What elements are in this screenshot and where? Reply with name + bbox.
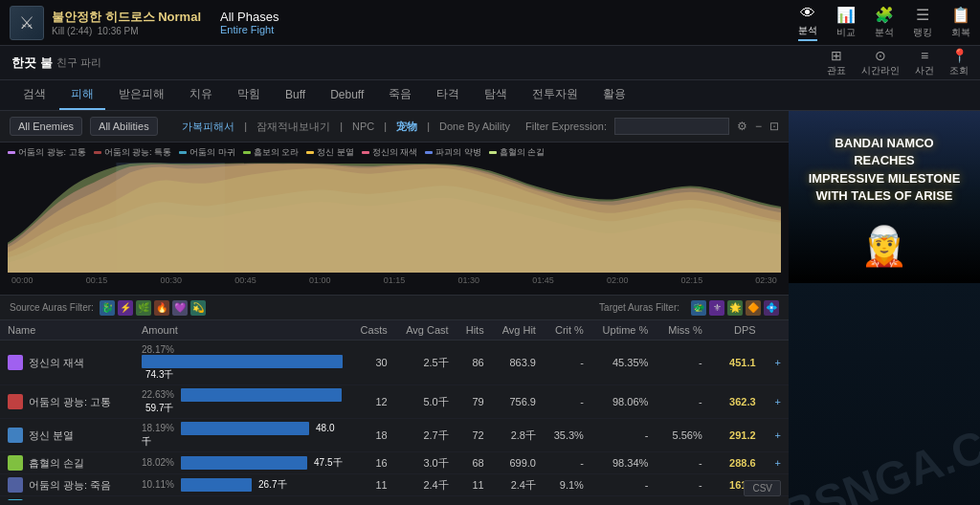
tab-death[interactable]: 죽음 bbox=[377, 80, 423, 110]
spell-name-0: 정신의 재색 bbox=[29, 356, 84, 370]
cell-casts-5: 1 bbox=[350, 496, 395, 500]
view-label-timeline: 시간라인 bbox=[861, 64, 900, 77]
tab-search[interactable]: 검색 bbox=[11, 80, 57, 110]
col-crit[interactable]: Crit % bbox=[544, 320, 591, 340]
table-row[interactable]: 어둠의 마귀 ▼ 1.51% 1.51 1 4.0千 8 496.3 12.5%… bbox=[0, 496, 789, 500]
tab-nav[interactable]: 탐색 bbox=[473, 80, 519, 110]
all-enemies-btn[interactable]: All Enemies bbox=[10, 117, 82, 136]
tab-hit[interactable]: 타격 bbox=[425, 80, 471, 110]
nav-item-recovery[interactable]: 📋 회복 bbox=[951, 6, 970, 39]
pct-0: 28.17% bbox=[142, 344, 174, 355]
tab-block[interactable]: 막힘 bbox=[226, 80, 272, 110]
boss-info: 불안정한 히드로스 Normal Kill (2:44) 10:36 PM bbox=[52, 9, 201, 36]
aura-icon-1[interactable]: 🐉 bbox=[100, 300, 115, 316]
settings-icon[interactable]: ⚙ bbox=[737, 120, 747, 133]
target-aura-icon-4[interactable]: 🔶 bbox=[746, 300, 761, 316]
minus-icon[interactable]: − bbox=[755, 120, 762, 133]
view-events[interactable]: ≡ 사건 bbox=[915, 48, 934, 77]
expand-icon[interactable]: ⊡ bbox=[769, 120, 779, 133]
legend-color-3 bbox=[243, 151, 251, 154]
legend-label-3: 흡보의 오라 bbox=[254, 146, 300, 159]
legend-item-0: 어둠의 광능: 고통 bbox=[8, 146, 86, 159]
col-avg-hit[interactable]: Avg Hit bbox=[492, 320, 544, 340]
x-label-8: 02:00 bbox=[607, 275, 629, 285]
cell-avg-hit-4: 2.4千 bbox=[492, 474, 544, 496]
player-name: 한끗 불 bbox=[11, 55, 53, 72]
top-filter-3[interactable]: NPC bbox=[352, 121, 374, 132]
col-name[interactable]: Name bbox=[0, 320, 134, 340]
amount-bar-1 bbox=[181, 388, 342, 402]
table-row[interactable]: 정신의 재색 28.17% 74.3千 30 2.5千 86 863.9 - 4… bbox=[0, 340, 789, 385]
csv-button[interactable]: CSV bbox=[744, 480, 781, 496]
nav-item-analyze2[interactable]: 🧩 분석 bbox=[875, 6, 894, 39]
all-abilities-btn[interactable]: All Abilities bbox=[90, 117, 158, 136]
col-hits[interactable]: Hits bbox=[457, 320, 492, 340]
cell-plus-1[interactable]: + bbox=[764, 385, 789, 419]
cell-casts-2: 18 bbox=[350, 419, 395, 452]
view-overview[interactable]: ⊞ 관표 bbox=[827, 48, 846, 77]
tab-damage[interactable]: 피해 bbox=[59, 80, 105, 110]
expand-btn-0[interactable]: + bbox=[775, 357, 781, 368]
cell-amount-3: 18.02% 47.5千 bbox=[134, 452, 350, 474]
nav-item-ranking[interactable]: ☰ 랭킹 bbox=[913, 6, 932, 39]
boss-kill: Kill (2:44) 10:36 PM bbox=[52, 26, 201, 36]
cell-amount-0: 28.17% 74.3千 bbox=[134, 340, 350, 385]
cell-miss-1: - bbox=[656, 385, 709, 419]
col-amount[interactable]: Amount bbox=[134, 320, 350, 340]
table-row[interactable]: 어둠의 광능: 죽음 10.11% 26.7千 11 2.4千 11 2.4千 … bbox=[0, 474, 789, 496]
aura-icon-3[interactable]: 🌿 bbox=[136, 300, 151, 316]
cell-plus-0[interactable]: + bbox=[764, 340, 789, 385]
table-row[interactable]: 정신 분열 18.19% 48.0千 18 2.7千 72 2.8千 35.3%… bbox=[0, 419, 789, 452]
col-casts[interactable]: Casts bbox=[350, 320, 395, 340]
top-filter-5[interactable]: Done By Ability bbox=[439, 121, 510, 132]
view-timeline[interactable]: ⊙ 시간라인 bbox=[861, 48, 900, 77]
tab-heal[interactable]: 치유 bbox=[178, 80, 224, 110]
view-search[interactable]: 📍 조회 bbox=[949, 48, 969, 77]
table-row[interactable]: 흡혈의 손길 18.02% 47.5千 16 3.0千 68 699.0 - 9… bbox=[0, 452, 789, 474]
expand-btn-1[interactable]: + bbox=[775, 396, 781, 407]
expand-btn-3[interactable]: + bbox=[775, 457, 781, 469]
nav-item-analyze1[interactable]: 👁 분석 bbox=[798, 5, 817, 41]
top-filter-4[interactable]: 宠物 bbox=[396, 120, 417, 134]
source-auras-label: Source Auras Filter: bbox=[10, 302, 94, 313]
filter-expression-input[interactable] bbox=[614, 118, 729, 135]
top-filter-1[interactable]: 가복피해서 bbox=[182, 120, 234, 134]
cell-uptime-4: - bbox=[591, 474, 656, 496]
aura-icon-5[interactable]: 💜 bbox=[172, 300, 188, 316]
cell-plus-2[interactable]: + bbox=[764, 419, 789, 452]
tab-usage[interactable]: 활용 bbox=[591, 80, 637, 110]
cell-plus-3[interactable]: + bbox=[764, 452, 789, 474]
expand-btn-2[interactable]: + bbox=[775, 429, 781, 441]
target-aura-icon-3[interactable]: 🌟 bbox=[727, 300, 743, 316]
cell-plus-5[interactable]: + bbox=[764, 496, 789, 500]
aura-icon-6[interactable]: 💫 bbox=[190, 300, 206, 316]
filter-bar: All Enemies All Abilities 가복피해서 | 잠재적내보내… bbox=[0, 111, 789, 143]
top-filter-2[interactable]: 잠재적내보내기 bbox=[256, 120, 330, 134]
spell-icon-2 bbox=[8, 428, 23, 443]
target-aura-icon-1[interactable]: 🐲 bbox=[691, 300, 706, 316]
col-miss[interactable]: Miss % bbox=[656, 320, 709, 340]
nav-label-compare: 비교 bbox=[836, 26, 856, 39]
target-aura-icon-2[interactable]: ⚜ bbox=[709, 300, 724, 316]
nav-item-compare[interactable]: 📊 비교 bbox=[836, 6, 856, 39]
table-header-row: Name Amount Casts Avg Cast Hits Avg Hit … bbox=[0, 320, 789, 340]
pct-3: 18.02% bbox=[142, 457, 174, 468]
aura-bar: Source Auras Filter: 🐉 ⚡ 🌿 🔥 💜 💫 Target … bbox=[0, 296, 789, 320]
legend-color-1 bbox=[94, 151, 101, 154]
tab-buff[interactable]: Buff bbox=[274, 82, 317, 109]
tab-debuff[interactable]: Debuff bbox=[319, 82, 375, 109]
col-avg-cast[interactable]: Avg Cast bbox=[395, 320, 457, 340]
cell-avg-cast-1: 5.0千 bbox=[395, 385, 457, 419]
x-label-3: 00:45 bbox=[234, 275, 256, 285]
table-row[interactable]: 어둠의 광능: 고통 22.63% 59.7千 12 5.0千 79 756.9… bbox=[0, 385, 789, 419]
tab-received[interactable]: 받은피해 bbox=[107, 80, 176, 110]
phase-selector[interactable]: All Phases Entire Fight bbox=[220, 10, 282, 35]
aura-icon-2[interactable]: ⚡ bbox=[118, 300, 133, 316]
target-aura-icon-5[interactable]: 💠 bbox=[764, 300, 779, 316]
col-dps[interactable]: DPS bbox=[710, 320, 764, 340]
timeline-icon: ⊙ bbox=[875, 48, 886, 63]
col-uptime[interactable]: Uptime % bbox=[591, 320, 656, 340]
main-content: All Enemies All Abilities 가복피해서 | 잠재적내보내… bbox=[0, 111, 980, 505]
tab-resources[interactable]: 전투자원 bbox=[521, 80, 590, 110]
aura-icon-4[interactable]: 🔥 bbox=[154, 300, 169, 316]
